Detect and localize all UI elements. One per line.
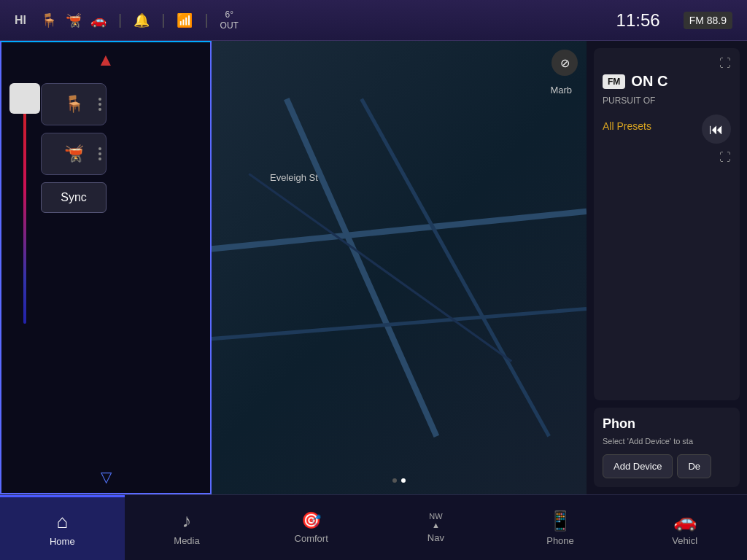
divider3: | bbox=[204, 12, 208, 28]
map-dot-2 bbox=[401, 478, 406, 483]
media-label: Media bbox=[174, 535, 199, 546]
nav-vehicle[interactable]: 🚗 Vehicl bbox=[622, 495, 747, 560]
compass-icon: NW▲ bbox=[429, 512, 442, 529]
seat-heat-icon: 🪑 bbox=[64, 95, 84, 114]
bottom-navigation: ⌂ Home ♪ Media 🎯 Comfort NW▲ Nav 📱 Phone… bbox=[0, 494, 747, 560]
vehicle-label: Vehicl bbox=[672, 535, 697, 546]
vehicle-icon: 🚗 bbox=[673, 510, 697, 532]
radio-status[interactable]: FM 88.9 bbox=[684, 12, 732, 29]
radio-subtitle: PURSUIT OF bbox=[603, 96, 731, 106]
phone-icon: 📱 bbox=[549, 510, 572, 532]
map-label-eveleigh: Eveleigh St bbox=[270, 172, 318, 183]
expand-radio-button[interactable]: ⛶ bbox=[603, 57, 731, 70]
divider2: | bbox=[161, 12, 165, 28]
svg-line-2 bbox=[212, 309, 587, 339]
temp-up-button[interactable]: ▲ bbox=[97, 50, 115, 70]
seat-icon: 🪑 bbox=[41, 12, 57, 28]
svg-line-0 bbox=[212, 211, 587, 249]
add-device-button[interactable]: Add Device bbox=[603, 454, 673, 478]
comfort-label: Comfort bbox=[295, 533, 328, 544]
home-icon: ⌂ bbox=[56, 510, 68, 533]
status-greeting: HI bbox=[15, 14, 26, 27]
wifi-icon: 📶 bbox=[177, 12, 193, 28]
prev-track-button[interactable]: ⏮ bbox=[702, 114, 731, 144]
climate-icon: 🫕 bbox=[66, 12, 82, 28]
nav-comfort[interactable]: 🎯 Comfort bbox=[249, 495, 374, 560]
comfort-icon: 🎯 bbox=[301, 511, 321, 530]
outside-temp: 6° OUT bbox=[220, 9, 239, 31]
status-bar: HI 🪑 🫕 🚗 | 🔔 | 📶 | 6° OUT 11:56 FM 88.9 bbox=[0, 0, 747, 41]
nav-home[interactable]: ⌂ Home bbox=[0, 495, 125, 560]
map-page-indicator bbox=[392, 478, 406, 483]
bell-icon: 🔔 bbox=[133, 12, 150, 28]
climate-controls: 🪑 🫕 Sync bbox=[41, 83, 107, 213]
fm-badge: FM bbox=[603, 74, 625, 89]
seat-heat-button[interactable]: 🪑 bbox=[41, 83, 107, 125]
phone-section: Phon Select 'Add Device' to sta Add Devi… bbox=[594, 408, 740, 487]
temp-down-button[interactable]: ▽ bbox=[101, 468, 112, 486]
temperature-slider[interactable] bbox=[23, 76, 26, 324]
svg-line-1 bbox=[287, 99, 437, 437]
temp-track bbox=[23, 98, 26, 324]
main-content: ▲ 🪑 🫕 Sync bbox=[0, 41, 747, 494]
phone-description: Select 'Add Device' to sta bbox=[603, 436, 731, 447]
radio-header: FM ON C bbox=[603, 73, 731, 90]
map-area[interactable]: Marb Eveleigh St ⊘ bbox=[212, 41, 587, 494]
radio-on-label: ON C bbox=[631, 73, 667, 90]
phone-title: Phon bbox=[603, 416, 731, 432]
clock: 11:56 bbox=[616, 10, 660, 31]
phone-label: Phone bbox=[546, 535, 574, 546]
nav-nav[interactable]: NW▲ Nav bbox=[374, 495, 498, 560]
media-icon: ♪ bbox=[182, 510, 192, 532]
delete-button[interactable]: De bbox=[677, 454, 711, 478]
car-icon: 🚗 bbox=[90, 12, 107, 28]
climate-panel: ▲ 🪑 🫕 Sync bbox=[0, 41, 212, 494]
all-presets-button[interactable]: All Presets bbox=[603, 120, 651, 132]
climate-slider-area: 🪑 🫕 Sync bbox=[9, 76, 203, 461]
sync-button[interactable]: Sync bbox=[41, 182, 107, 213]
home-label: Home bbox=[50, 536, 75, 547]
fan-icon: 🫕 bbox=[64, 144, 84, 163]
radio-section: ⛶ FM ON C PURSUIT OF All Presets ⏮ ⛶ bbox=[594, 48, 740, 400]
divider1: | bbox=[118, 12, 122, 28]
map-svg bbox=[212, 41, 587, 494]
compass-button[interactable]: ⊘ bbox=[551, 50, 578, 76]
temp-thumb[interactable] bbox=[9, 83, 40, 114]
fan-button[interactable]: 🫕 bbox=[41, 133, 107, 175]
nav-label: Nav bbox=[427, 532, 444, 543]
map-label-marb: Marb bbox=[550, 85, 572, 96]
nav-media[interactable]: ♪ Media bbox=[125, 495, 249, 560]
expand-radio-button-2[interactable]: ⛶ bbox=[603, 151, 731, 164]
svg-line-3 bbox=[362, 99, 549, 437]
map-dot-1 bbox=[392, 478, 397, 483]
nav-phone[interactable]: 📱 Phone bbox=[498, 495, 623, 560]
right-panel: ⛶ FM ON C PURSUIT OF All Presets ⏮ ⛶ Pho… bbox=[587, 41, 747, 494]
